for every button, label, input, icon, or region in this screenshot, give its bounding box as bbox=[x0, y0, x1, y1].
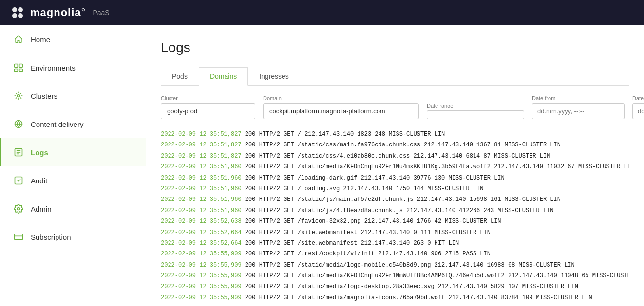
filters-row: Cluster Domain Date range Date from Date… bbox=[161, 95, 629, 119]
sidebar-item-audit-label: Audit bbox=[31, 177, 47, 185]
log-content: 200 HTTP/2 GET /static/js/main.af57e2df.… bbox=[245, 196, 561, 203]
sidebar-item-home-label: Home bbox=[31, 36, 50, 44]
svg-point-0 bbox=[12, 7, 17, 12]
date-to-label: Date to bbox=[632, 95, 644, 101]
log-timestamp: 2022-02-09 12:35:52,638 bbox=[161, 218, 242, 225]
sidebar-item-subscription[interactable]: Subscription bbox=[0, 223, 146, 251]
log-timestamp: 2022-02-09 12:35:51,960 bbox=[161, 175, 242, 181]
domain-label: Domain bbox=[263, 95, 419, 101]
logo-icon bbox=[10, 5, 25, 20]
log-line: 2022-02-09 12:35:55,909 200 HTTP/2 GET /… bbox=[161, 292, 629, 303]
svg-rect-5 bbox=[19, 64, 23, 68]
log-content: 200 HTTP/2 GET /favicon-32x32.png 212.14… bbox=[245, 218, 501, 225]
svg-point-3 bbox=[18, 13, 23, 18]
cluster-label: Cluster bbox=[161, 95, 255, 101]
log-line: 2022-02-09 12:35:51,960 200 HTTP/2 GET /… bbox=[161, 162, 629, 172]
svg-line-13 bbox=[16, 93, 17, 94]
sidebar-item-clusters[interactable]: Clusters bbox=[0, 82, 146, 110]
sidebar-item-admin[interactable]: Admin bbox=[0, 195, 146, 223]
log-timestamp: 2022-02-09 12:35:55,909 bbox=[161, 272, 242, 279]
sidebar-item-environments[interactable]: Environments bbox=[0, 54, 146, 82]
svg-line-16 bbox=[16, 98, 17, 99]
tab-domains[interactable]: Domains bbox=[199, 67, 248, 86]
log-content: 200 HTTP/2 GET /site.webmanifest 212.147… bbox=[245, 240, 459, 247]
sidebar: Home Environments Clusters Content deliv… bbox=[0, 25, 146, 306]
home-icon bbox=[13, 34, 24, 45]
svg-rect-7 bbox=[19, 69, 23, 72]
svg-point-2 bbox=[12, 13, 17, 18]
date-from-input[interactable] bbox=[532, 103, 625, 119]
log-timestamp: 2022-02-09 12:35:55,909 bbox=[161, 294, 242, 301]
tabs-container: Pods Domains Ingresses bbox=[161, 67, 629, 86]
log-timestamp: 2022-02-09 12:35:55,909 bbox=[161, 251, 242, 257]
log-line: 2022-02-09 12:35:51,960 200 HTTP/2 GET /… bbox=[161, 173, 629, 183]
log-line: 2022-02-09 12:35:51,827 200 HTTP/2 GET /… bbox=[161, 151, 629, 162]
log-content: 200 HTTP/2 GET /static/css/main.fa976cda… bbox=[245, 142, 561, 148]
log-timestamp: 2022-02-09 12:35:52,664 bbox=[161, 229, 242, 236]
svg-rect-6 bbox=[15, 69, 18, 72]
log-line: 2022-02-09 12:35:51,960 200 HTTP/2 GET /… bbox=[161, 194, 629, 205]
svg-line-14 bbox=[20, 98, 21, 99]
cluster-filter-group: Cluster bbox=[161, 95, 255, 119]
svg-line-15 bbox=[20, 93, 21, 94]
paas-label: PaaS bbox=[93, 9, 109, 17]
page-title: Logs bbox=[161, 40, 629, 55]
domain-filter-group: Domain bbox=[263, 95, 419, 119]
log-line: 2022-02-09 12:35:55,909 200 HTTP/2 GET /… bbox=[161, 281, 629, 292]
log-content: 200 HTTP/2 GET /static/media/KFOlCnqEu92… bbox=[245, 272, 629, 279]
cluster-input[interactable] bbox=[161, 103, 255, 119]
date-range-label: Date range bbox=[427, 103, 524, 108]
sidebar-item-home[interactable]: Home bbox=[0, 25, 146, 54]
log-line: 2022-02-09 12:35:51,960 200 HTTP/2 GET /… bbox=[161, 205, 629, 216]
date-from-group: Date from bbox=[532, 95, 625, 119]
environments-icon bbox=[13, 62, 24, 73]
svg-rect-25 bbox=[15, 234, 23, 240]
log-content: 200 HTTP/2 GET /static/media/KFOmCnqEu92… bbox=[245, 163, 629, 170]
log-line: 2022-02-09 12:35:56,638 200 HTTP/2 GET /… bbox=[161, 303, 629, 306]
logo-text: magnolia° bbox=[30, 6, 86, 19]
log-content: 200 HTTP/2 GET /loading-dark.gif 212.147… bbox=[245, 175, 505, 181]
log-content: 200 HTTP/2 GET /static/css/4.e10ab80c.ch… bbox=[245, 153, 550, 160]
logo-area: magnolia° PaaS bbox=[10, 5, 110, 20]
tab-pods[interactable]: Pods bbox=[161, 67, 199, 86]
admin-icon bbox=[13, 203, 24, 214]
log-timestamp: 2022-02-09 12:35:51,960 bbox=[161, 163, 242, 170]
log-line: 2022-02-09 12:35:51,827 200 HTTP/2 GET /… bbox=[161, 129, 629, 140]
date-to-input[interactable] bbox=[632, 103, 644, 119]
sidebar-item-audit[interactable]: Audit bbox=[0, 166, 146, 195]
log-content: 200 HTTP/2 GET /loading.svg 212.147.43.1… bbox=[245, 185, 484, 192]
log-line: 2022-02-09 12:35:55,909 200 HTTP/2 GET /… bbox=[161, 270, 629, 281]
log-timestamp: 2022-02-09 12:35:55,909 bbox=[161, 283, 242, 290]
sidebar-item-logs-label: Logs bbox=[31, 148, 48, 157]
sidebar-item-clusters-label: Clusters bbox=[31, 92, 57, 100]
sidebar-item-environments-label: Environments bbox=[31, 64, 76, 72]
log-content: 200 HTTP/2 GET /static/js/4.f8ea7d8a.chu… bbox=[245, 207, 554, 214]
log-content: 200 HTTP/2 GET /.rest/cockpit/v1/init 21… bbox=[245, 251, 491, 257]
clusters-icon bbox=[13, 90, 24, 101]
main-content: Logs Pods Domains Ingresses Cluster Doma… bbox=[146, 25, 644, 306]
sidebar-item-content-delivery[interactable]: Content delivery bbox=[0, 110, 146, 138]
date-from-label: Date from bbox=[532, 95, 625, 101]
svg-point-1 bbox=[18, 7, 23, 12]
log-content: 200 HTTP/2 GET /static/media/logo-mobile… bbox=[245, 262, 575, 269]
log-line: 2022-02-09 12:35:52,664 200 HTTP/2 GET /… bbox=[161, 227, 629, 238]
svg-rect-23 bbox=[15, 177, 22, 184]
log-content: 200 HTTP/2 GET /static/media/logo-deskto… bbox=[245, 283, 578, 290]
log-line: 2022-02-09 12:35:55,909 200 HTTP/2 GET /… bbox=[161, 260, 629, 270]
log-timestamp: 2022-02-09 12:35:51,960 bbox=[161, 196, 242, 203]
log-container: 2022-02-09 12:35:51,827 200 HTTP/2 GET /… bbox=[161, 129, 629, 306]
domain-input[interactable] bbox=[263, 103, 419, 119]
tab-ingresses[interactable]: Ingresses bbox=[248, 67, 300, 86]
sidebar-item-content-delivery-label: Content delivery bbox=[31, 120, 83, 128]
log-content: 200 HTTP/2 GET /static/media/magnolia-ic… bbox=[245, 294, 592, 301]
svg-point-24 bbox=[18, 208, 20, 210]
subscription-icon bbox=[13, 232, 24, 242]
log-content: 200 HTTP/2 GET / 212.147.43.140 1823 248… bbox=[245, 131, 445, 138]
sidebar-item-subscription-label: Subscription bbox=[31, 233, 71, 241]
audit-icon bbox=[13, 175, 24, 186]
date-to-group: Date to bbox=[632, 95, 644, 119]
sidebar-item-logs[interactable]: Logs bbox=[0, 138, 146, 166]
log-line: 2022-02-09 12:35:52,638 200 HTTP/2 GET /… bbox=[161, 216, 629, 227]
topbar: magnolia° PaaS bbox=[0, 0, 644, 25]
log-timestamp: 2022-02-09 12:35:55,909 bbox=[161, 262, 242, 269]
